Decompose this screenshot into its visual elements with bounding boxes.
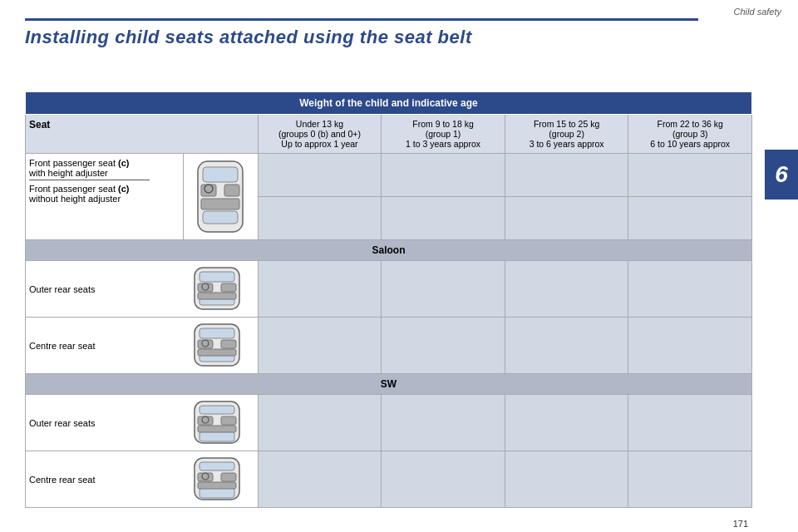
sw-outer-car-image (180, 398, 254, 447)
saloon-centre-col1 (258, 318, 382, 374)
col2-line3: 1 to 3 years approx (406, 139, 480, 149)
seat-col-label: Seat (29, 119, 50, 131)
front-noheight-col4 (628, 197, 752, 240)
svg-rect-22 (200, 406, 234, 414)
page-title: Installing child seats attached using th… (25, 27, 472, 48)
table-row: Centre rear seat (26, 318, 752, 374)
sw-outer-col3 (505, 395, 628, 451)
sw-outer-car-svg (188, 400, 246, 446)
front-noheight-col3 (505, 197, 628, 240)
svg-rect-23 (200, 431, 234, 441)
front-noheight-col2 (382, 197, 505, 240)
sw-outer-col2 (382, 395, 505, 451)
table-container: Weight of the child and indicative age S… (25, 91, 752, 515)
saloon-centre-car-image (180, 321, 254, 370)
saloon-outer-col2 (382, 261, 505, 318)
table-row: Centre rear seat (26, 451, 752, 508)
saloon-outer-seat-label: Outer rear seats (29, 284, 180, 294)
front-height-col2 (382, 154, 505, 197)
col1-header: Under 13 kg (groups 0 (b) and 0+) Up to … (258, 115, 382, 154)
svg-rect-2 (203, 211, 238, 224)
col3-line1: From 15 to 25 kg (534, 119, 599, 129)
front-seat-height-label: Front passenger seat (c)with height adju… (29, 158, 180, 178)
saloon-outer-col1 (258, 261, 382, 318)
saloon-header-cell: Saloon (26, 240, 752, 261)
sw-centre-seat-label: Centre rear seat (29, 475, 180, 485)
svg-rect-12 (198, 293, 236, 299)
sw-centre-seat-cell: Centre rear seat (26, 451, 259, 508)
table-row: Front passenger seat (c)with height adju… (26, 154, 752, 197)
col2-header: From 9 to 18 kg (group 1) 1 to 3 years a… (382, 115, 505, 154)
saloon-centre-col3 (505, 318, 628, 374)
sw-centre-col2 (382, 451, 505, 508)
saloon-outer-seat-cell: Outer rear seats (26, 261, 259, 318)
svg-rect-11 (221, 283, 236, 292)
saloon-centre-col4 (628, 318, 752, 374)
col4-header: From 22 to 36 kg (group 3) 6 to 10 years… (628, 115, 752, 154)
svg-rect-5 (201, 199, 239, 209)
chapter-number: 6 (775, 161, 788, 188)
col3-header: From 15 to 25 kg (group 2) 3 to 6 years … (505, 115, 628, 154)
saloon-centre-seat-label: Centre rear seat (29, 341, 180, 351)
car-top-view-svg (191, 157, 249, 236)
col1-line2: (groups 0 (b) and 0+) (278, 129, 361, 139)
col2-line2: (group 1) (426, 129, 461, 139)
svg-rect-8 (200, 272, 234, 282)
sw-centre-car-image (180, 455, 254, 504)
saloon-section-header: Saloon (26, 240, 752, 261)
table-row: Outer rear seats (26, 261, 752, 318)
saloon-outer-car-image (180, 264, 254, 313)
table-main-header-row: Weight of the child and indicative age (26, 92, 752, 115)
sw-outer-seat-cell: Outer rear seats (26, 395, 259, 451)
col4-line2: (group 3) (672, 129, 708, 139)
table-sub-header-row: Seat Under 13 kg (groups 0 (b) and 0+) U… (26, 115, 752, 154)
svg-rect-18 (221, 340, 236, 348)
front-seat-car-image-cell (183, 154, 258, 239)
table-main-header-cell: Weight of the child and indicative age (26, 92, 752, 115)
svg-rect-25 (221, 416, 236, 425)
chapter-tab: 6 (765, 150, 798, 200)
sw-centre-col4 (628, 451, 752, 508)
saloon-centre-col2 (382, 318, 505, 374)
front-seat-combined-cell: Front passenger seat (c)with height adju… (26, 154, 259, 240)
saloon-outer-col3 (505, 261, 628, 318)
svg-rect-29 (200, 462, 234, 470)
svg-rect-32 (221, 473, 236, 481)
table-row: Outer rear seats (26, 395, 752, 451)
col4-line3: 6 to 10 years approx (650, 139, 730, 149)
svg-rect-19 (198, 349, 236, 356)
svg-rect-33 (198, 482, 236, 489)
svg-rect-3 (201, 185, 216, 196)
sw-outer-col4 (628, 395, 752, 451)
sw-outer-col1 (258, 395, 382, 451)
col1-line3: Up to approx 1 year (281, 139, 357, 149)
top-bar-line (25, 18, 698, 21)
svg-rect-26 (198, 426, 236, 432)
page-number: 171 (733, 519, 748, 529)
saloon-centre-seat-cell: Centre rear seat (26, 318, 259, 374)
svg-rect-30 (200, 488, 234, 498)
col2-line1: From 9 to 18 kg (412, 119, 474, 129)
sw-header-cell: SW (26, 374, 752, 395)
col-seat-header: Seat (26, 115, 259, 154)
sw-centre-col3 (505, 451, 628, 508)
col4-line1: From 22 to 36 kg (658, 119, 723, 129)
saloon-outer-col4 (628, 261, 752, 318)
sw-outer-seat-label: Outer rear seats (29, 418, 180, 428)
col1-line1: Under 13 kg (296, 119, 343, 129)
section-title: Child safety (734, 7, 781, 17)
svg-rect-4 (224, 185, 239, 196)
seat-divider (29, 180, 150, 180)
saloon-outer-car-svg (188, 266, 246, 312)
sw-centre-col1 (258, 451, 382, 508)
svg-rect-1 (203, 167, 238, 182)
front-height-col1 (258, 154, 382, 197)
front-seat-no-height-label: Front passenger seat (c)without height a… (29, 184, 180, 204)
sw-section-header: SW (26, 374, 752, 395)
col3-line2: (group 2) (549, 129, 584, 139)
front-height-col4 (628, 154, 752, 197)
saloon-centre-car-svg (188, 323, 246, 368)
sw-centre-car-svg (188, 456, 246, 502)
col3-line3: 3 to 6 years approx (530, 139, 604, 149)
child-seat-table: Weight of the child and indicative age S… (25, 91, 752, 508)
